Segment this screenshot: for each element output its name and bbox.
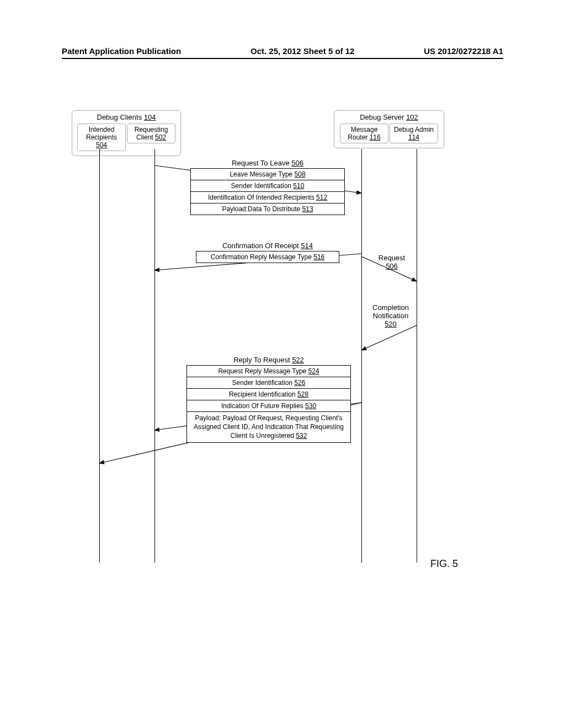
request-to-leave-title: Request To Leave 506 <box>190 159 345 167</box>
msg1-row1: Sender Identification 510 <box>190 180 345 192</box>
msg3-row4: Payload: Payload Of Request, Requesting … <box>186 411 351 443</box>
msg2-row0: Confirmation Reply Message Type 516 <box>196 251 339 263</box>
intended-recipients-box: Intended Recipients 504 <box>77 124 126 151</box>
requesting-client-box: Requesting Client 502 <box>127 124 175 143</box>
completion-side-label: Completion Notification 520 <box>365 303 416 328</box>
msg1-row3: Payload:Data To Distribute 513 <box>190 203 345 215</box>
confirmation-title: Confirmation Of Receipt 514 <box>196 242 339 250</box>
page-header: Patent Application Publication Oct. 25, … <box>62 46 503 59</box>
debug-clients-group: Debug Clients 104 Intended Recipients 50… <box>72 110 181 156</box>
request-side-label: Request 506 <box>370 254 414 270</box>
server-title: Debug Server 102 <box>338 113 440 121</box>
debug-server-group: Debug Server 102 Message Router 116 Debu… <box>334 110 444 148</box>
lifeline-debug-admin <box>417 149 417 563</box>
sequence-diagram: Debug Clients 104 Intended Recipients 50… <box>72 110 491 563</box>
lifeline-message-router <box>361 149 362 563</box>
message-router-box: Message Router 116 <box>340 124 388 143</box>
msg3-row1: Sender Identification 526 <box>186 377 351 389</box>
msg1-row0: Leave Message Type 508 <box>190 168 345 180</box>
msg3-row2: Recipient Identification 528 <box>186 388 351 400</box>
header-middle: Oct. 25, 2012 Sheet 5 of 12 <box>250 46 354 56</box>
request-to-leave-block: Request To Leave 506 Leave Message Type … <box>190 159 345 215</box>
header-left: Patent Application Publication <box>62 46 181 56</box>
debug-admin-box: Debug Admin 114 <box>390 124 438 143</box>
clients-title: Debug Clients 104 <box>76 113 177 121</box>
msg3-row0: Request Reply Message Type 524 <box>186 365 351 377</box>
lifeline-intended-recipients <box>99 149 100 563</box>
msg1-row2: Identification Of Intended Recipients 51… <box>190 191 345 204</box>
header-right: US 2012/0272218 A1 <box>424 46 503 56</box>
confirmation-block: Confirmation Of Receipt 514 Confirmation… <box>196 242 339 263</box>
reply-title: Reply To Request 522 <box>186 356 351 364</box>
svg-line-3 <box>361 325 417 350</box>
figure-label: FIG. 5 <box>430 558 458 570</box>
msg3-row3: Indication Of Future Replies 530 <box>186 400 351 412</box>
reply-block: Reply To Request 522 Request Reply Messa… <box>186 356 351 443</box>
lifeline-requesting-client <box>154 149 155 563</box>
